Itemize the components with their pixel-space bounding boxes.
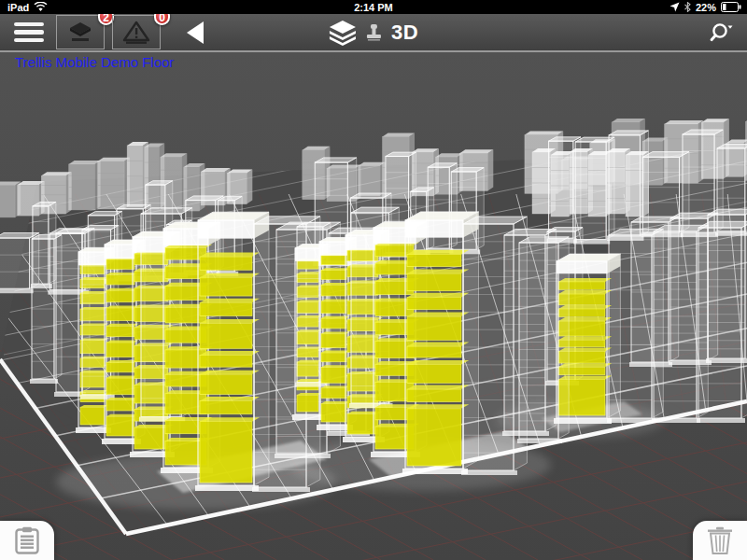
trash-icon (707, 526, 733, 554)
back-button[interactable] (187, 21, 204, 44)
warning-triangle-icon (122, 21, 150, 45)
scene-graphics (0, 52, 747, 560)
status-bar: iPad 2:14 PM 22% (0, 0, 747, 14)
search-button[interactable] (710, 21, 734, 44)
racks-button[interactable]: 2 (56, 15, 105, 49)
rack-stack-icon (67, 21, 93, 44)
menu-button[interactable] (14, 22, 44, 43)
view-mode-label: 3D (391, 21, 418, 45)
view-mode-control: 3D (329, 13, 418, 51)
search-icon (710, 21, 734, 44)
clipboard-icon (15, 526, 39, 554)
stamp-icon[interactable] (366, 23, 382, 41)
trellis-mobile-app: iPad 2:14 PM 22% (0, 0, 747, 560)
trash-button[interactable] (693, 521, 747, 560)
clock-label: 2:14 PM (0, 2, 747, 13)
clipboard-button[interactable] (0, 521, 54, 560)
alerts-button[interactable]: 0 (112, 15, 161, 49)
layers-icon[interactable] (329, 20, 357, 46)
floor-3d-view[interactable] (0, 52, 747, 560)
toolbar: 2 0 3D (0, 14, 747, 52)
floor-name-label: Trellis Mobile Demo Floor (15, 54, 174, 70)
